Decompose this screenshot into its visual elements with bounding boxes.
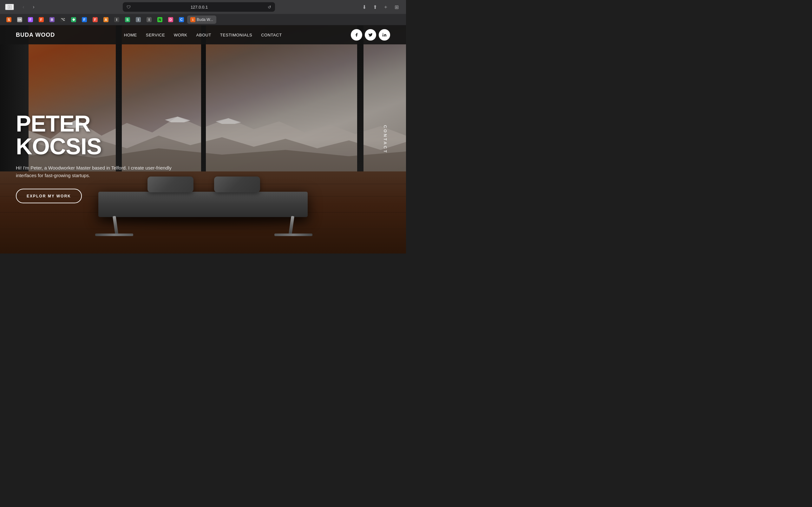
- bookmark-favicon: I: [136, 17, 141, 22]
- download-button[interactable]: ⬇: [360, 3, 368, 11]
- bookmark-item[interactable]: I: [133, 15, 143, 24]
- title-bar: ⊞ ‹ › 🛡 127.0.0.1 ↺ ⬇ ⬆ ＋ ⊞: [0, 0, 406, 14]
- bookmark-favicon: ⌥: [60, 17, 65, 22]
- contact-vertical-text: CONTACT: [383, 125, 388, 154]
- window-divider-2: [201, 25, 206, 171]
- bookmark-favicon: ◆: [71, 17, 76, 22]
- browser-chrome: ⊞ ‹ › 🛡 127.0.0.1 ↺ ⬇ ⬆ ＋ ⊞ S SK: [0, 0, 406, 25]
- bookmark-favicon: F: [93, 17, 98, 22]
- bookmark-favicon: B: [49, 17, 55, 22]
- address-bar[interactable]: 🛡 127.0.0.1 ↺: [123, 2, 275, 12]
- nav-link-contact[interactable]: CONTACT: [261, 33, 282, 38]
- bookmark-favicon: D: [168, 17, 173, 22]
- refresh-icon[interactable]: ↺: [268, 5, 271, 9]
- bookmark-item[interactable]: F: [90, 15, 100, 24]
- bookmarks-bar: S SK F F B ⌥ ◆ F F A I S: [0, 14, 406, 25]
- nav-links: HOME SERVICE WORK ABOUT TESTIMONIALS CON…: [124, 32, 282, 38]
- nav-item-contact[interactable]: CONTACT: [261, 32, 282, 38]
- linkedin-icon[interactable]: [379, 29, 390, 41]
- bookmark-favicon: C: [179, 17, 184, 22]
- window-divider-3: [357, 25, 363, 171]
- nav-item-testimonials[interactable]: TESTIMONIALS: [220, 32, 252, 38]
- bookmark-item[interactable]: N: [155, 15, 165, 24]
- shield-icon: 🛡: [126, 5, 131, 9]
- nav-item-work[interactable]: WORK: [174, 32, 187, 38]
- back-button[interactable]: ‹: [19, 3, 28, 11]
- bookmark-item[interactable]: B: [47, 15, 57, 24]
- website-content: BUDA WOOD HOME SERVICE WORK ABOUT TESTIM…: [0, 25, 406, 253]
- nav-item-about[interactable]: ABOUT: [196, 32, 211, 38]
- bookmark-favicon: N: [157, 17, 162, 22]
- bookmark-item[interactable]: F: [79, 15, 90, 24]
- toolbar-right: ⬇ ⬆ ＋ ⊞: [360, 3, 401, 11]
- bookmark-favicon: F: [39, 17, 44, 22]
- bookmark-item[interactable]: ⌥: [58, 15, 68, 24]
- hero-title: PETER KOCSIS: [16, 112, 174, 158]
- bookmark-favicon: F: [28, 17, 33, 22]
- bookmark-item[interactable]: A: [101, 15, 111, 24]
- bookmark-favicon: F: [82, 17, 87, 22]
- new-tab-button[interactable]: ＋: [381, 3, 390, 11]
- bookmark-favicon: I: [114, 17, 119, 22]
- site-logo: BUDA WOOD: [16, 32, 55, 38]
- bookmark-favicon: SK: [17, 17, 22, 22]
- bookmark-favicon: S: [6, 17, 11, 22]
- hero-content: PETER KOCSIS Hi! I'm Peter, a Woodworker…: [16, 112, 174, 204]
- forward-button[interactable]: ›: [29, 3, 38, 11]
- site-navigation: BUDA WOOD HOME SERVICE WORK ABOUT TESTIM…: [0, 25, 406, 44]
- nav-link-testimonials[interactable]: TESTIMONIALS: [220, 33, 252, 38]
- address-bar-container: 🛡 127.0.0.1 ↺: [41, 2, 357, 12]
- bookmark-item[interactable]: I: [144, 15, 154, 24]
- facebook-icon[interactable]: [351, 29, 362, 41]
- nav-link-about[interactable]: ABOUT: [196, 33, 211, 38]
- nav-item-home[interactable]: HOME: [124, 32, 137, 38]
- bookmark-item[interactable]: S: [4, 15, 14, 24]
- twitter-icon[interactable]: [365, 29, 376, 41]
- bookmark-item[interactable]: SK: [14, 15, 25, 24]
- grid-button[interactable]: ⊞: [392, 3, 401, 11]
- tab-label: Buda W...: [197, 17, 213, 22]
- bookmark-item[interactable]: I: [112, 15, 122, 24]
- bookmark-favicon: S: [125, 17, 130, 22]
- share-button[interactable]: ⬆: [370, 3, 379, 11]
- leg-foot-left: [95, 233, 133, 236]
- leg-foot-right: [274, 233, 312, 236]
- url-text: 127.0.0.1: [133, 5, 265, 9]
- nav-item-service[interactable]: SERVICE: [146, 32, 165, 38]
- sidebar-icon: ⊞: [7, 3, 12, 10]
- nav-link-work[interactable]: WORK: [174, 33, 187, 38]
- nav-link-home[interactable]: HOME: [124, 33, 137, 38]
- hero-subtitle: Hi! I'm Peter, a Woodworker Master based…: [16, 164, 174, 179]
- hero-section: BUDA WOOD HOME SERVICE WORK ABOUT TESTIM…: [0, 25, 406, 253]
- bookmark-item[interactable]: C: [176, 15, 187, 24]
- bookmark-favicon: 1: [190, 17, 195, 22]
- bookmark-item[interactable]: ◆: [68, 15, 79, 24]
- social-icons: [351, 29, 390, 41]
- bookmark-item[interactable]: D: [165, 15, 176, 24]
- svg-point-6: [383, 33, 383, 34]
- bookmark-item[interactable]: F: [26, 15, 36, 24]
- nav-link-service[interactable]: SERVICE: [146, 33, 165, 38]
- bookmark-tab-item[interactable]: 1 Buda W...: [187, 15, 216, 24]
- sidebar-toggle-button[interactable]: ⊞: [5, 4, 14, 10]
- explore-work-button[interactable]: EXPLOR MY WORK: [16, 189, 82, 204]
- bookmark-item[interactable]: F: [36, 15, 46, 24]
- pillow-right: [214, 176, 260, 192]
- nav-buttons: ‹ ›: [19, 3, 38, 11]
- bookmark-favicon: A: [103, 17, 108, 22]
- bookmark-favicon: I: [147, 17, 152, 22]
- bookmark-item[interactable]: S: [122, 15, 133, 24]
- tab-controls: ⊞: [5, 4, 14, 10]
